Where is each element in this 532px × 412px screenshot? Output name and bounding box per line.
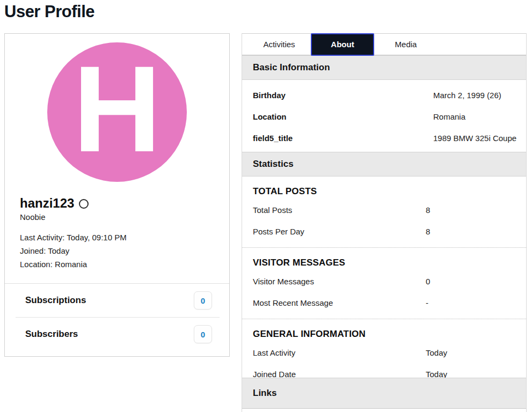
location-value: Romania [433,112,526,121]
visitor-messages-row: Visitor Messages 0 [242,270,526,292]
most-recent-message-value: - [426,298,526,307]
tab-strip: Activities About Media [242,33,526,55]
joined-date-value: Today [426,370,526,379]
offline-status-icon [79,199,89,209]
last-activity-text: Last Activity: Today, 09:10 PM [20,231,229,244]
last-activity-label: Last Activity [253,348,426,357]
user-meta: Last Activity: Today, 09:10 PM Joined: T… [20,231,229,271]
tab-about[interactable]: About [311,33,374,56]
general-information-group-title: GENERAL INFORMATION [242,319,526,342]
birthday-row: Birthday March 2, 1999 (26) [242,84,526,106]
tab-activities[interactable]: Activities [247,34,311,55]
links-header: Links [242,378,526,409]
posts-per-day-label: Posts Per Day [253,227,426,236]
location-label: Location [253,112,433,121]
counters-section: Subscriptions 0 Subscribers 0 [5,283,229,351]
total-posts-group-title: TOTAL POSTS [242,176,526,199]
basic-information-header: Basic Information [242,55,526,80]
username: hanzi123 [20,196,74,211]
subscriptions-row[interactable]: Subscriptions 0 [5,284,229,317]
subscribers-count-badge[interactable]: 0 [194,325,212,343]
last-activity-row: Last Activity Today [242,342,526,363]
subscribers-label: Subscribers [25,329,194,340]
location-row: Location Romania [242,106,526,127]
visitor-messages-group-title: VISITOR MESSAGES [242,248,526,270]
last-activity-value: Today [426,348,526,357]
posts-per-day-value: 8 [426,227,526,236]
joined-text: Joined: Today [20,244,229,258]
subscribers-row[interactable]: Subscribers 0 [5,318,229,351]
statistics-content: TOTAL POSTS Total Posts 8 Posts Per Day … [242,176,526,385]
visitor-messages-label: Visitor Messages [253,277,426,286]
statistics-header: Statistics [242,152,526,176]
user-rank: Noobie [20,212,229,222]
subscriptions-label: Subscriptions [25,295,194,306]
total-posts-row: Total Posts 8 [242,199,526,220]
location-text: Location: Romania [20,258,229,271]
page-title: User Profile [4,2,94,21]
custom-field-row: field5_title 1989 BMW 325i Coupe [242,127,526,149]
tab-media[interactable]: Media [374,34,438,55]
avatar-letter: H [73,48,162,170]
user-profile-page: User Profile H hanzi123 Noobie Last Acti… [0,0,532,412]
avatar: H [47,42,187,182]
birthday-label: Birthday [253,91,433,100]
birthday-value: March 2, 1999 (26) [433,91,526,100]
posts-per-day-row: Posts Per Day 8 [242,220,526,242]
total-posts-label: Total Posts [253,205,426,215]
most-recent-message-label: Most Recent Message [253,298,426,307]
profile-card: H hanzi123 Noobie Last Activity: Today, … [4,33,230,357]
custom-field-value: 1989 BMW 325i Coupe [433,134,526,143]
profile-detail-panel: Activities About Media Basic Information… [242,33,527,412]
joined-date-label: Joined Date [253,370,426,379]
custom-field-label: field5_title [253,134,433,143]
username-row: hanzi123 [20,196,229,211]
visitor-messages-value: 0 [426,277,526,286]
total-posts-value: 8 [426,205,526,215]
subscriptions-count-badge[interactable]: 0 [194,291,212,310]
basic-information-rows: Birthday March 2, 1999 (26) Location Rom… [242,80,526,152]
most-recent-message-row: Most Recent Message - [242,292,526,313]
